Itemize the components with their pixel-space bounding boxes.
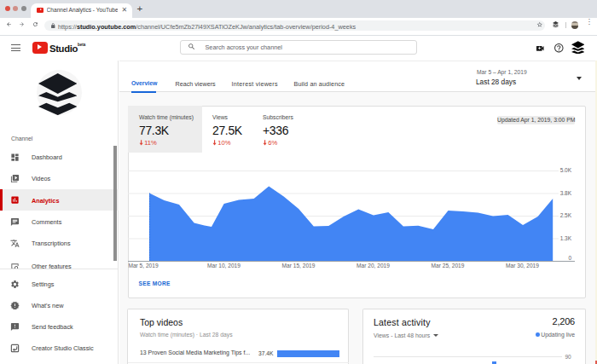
svg-text:Mar 20, 2019: Mar 20, 2019 xyxy=(356,263,390,269)
svg-text:2.5K: 2.5K xyxy=(560,212,572,218)
svg-text:1.3K: 1.3K xyxy=(560,234,572,240)
svg-text:Mar 10, 2019: Mar 10, 2019 xyxy=(207,263,241,269)
svg-text:Mar 25, 2019: Mar 25, 2019 xyxy=(432,263,465,269)
svg-text:0: 0 xyxy=(568,254,571,260)
svg-text:Mar 30, 2019: Mar 30, 2019 xyxy=(506,263,539,269)
svg-text:5.0K: 5.0K xyxy=(560,167,572,173)
svg-text:Mar 5, 2019: Mar 5, 2019 xyxy=(128,263,159,269)
svg-text:Mar 15, 2019: Mar 15, 2019 xyxy=(282,263,316,269)
svg-text:3.8K: 3.8K xyxy=(560,189,572,195)
